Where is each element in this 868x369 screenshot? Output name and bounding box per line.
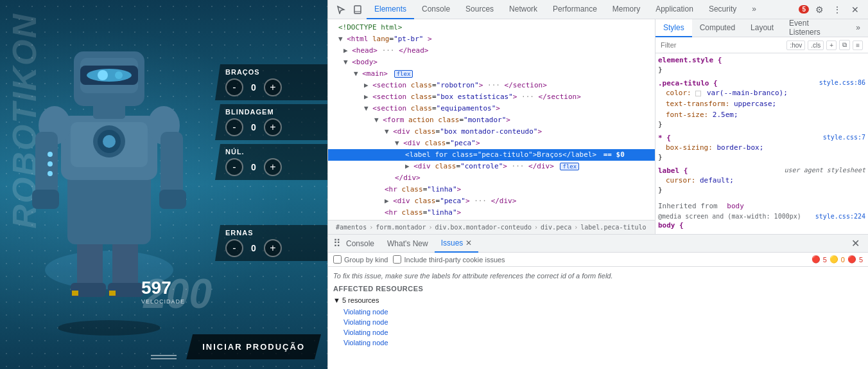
blindagem-value: 0 (247, 122, 260, 132)
stats-panel: BRAÇOS - 0 + BLINDAGEM - 0 + NÚL. - 0 + (215, 0, 327, 369)
inherited-from-body[interactable]: body (727, 202, 744, 210)
style-selector-element: element.style { (658, 56, 865, 64)
console-drag-handle[interactable]: ⠿ (333, 237, 337, 249)
html-head[interactable]: ▶ <head> ··· </head> (328, 45, 655, 57)
elements-content[interactable]: <!DOCTYPE html> ▼ <html lang="pt-br" > ▶… (328, 19, 655, 220)
style-source-star[interactable]: style.css:7 (823, 134, 865, 141)
style-block-peca-titulo: .peca-titulo { style.css:86 color: var(-… (658, 79, 865, 129)
violating-node-4[interactable]: Violating node (333, 338, 863, 348)
style-source-peca-titulo[interactable]: style.css:86 (819, 79, 865, 86)
blindagem-minus-btn[interactable]: - (225, 118, 243, 136)
bracos-minus-btn[interactable]: - (225, 78, 243, 96)
tab-computed[interactable]: Computed (692, 19, 743, 37)
tab-application[interactable]: Application (648, 0, 701, 19)
style-rule-box-sizing: box-sizing: border-box; (658, 142, 865, 153)
inherited-header: Inherited from body (658, 199, 865, 213)
html-body[interactable]: ▼ <body> (328, 57, 655, 68)
html-section-robotron[interactable]: ▶ <section class="robotron"> ··· </secti… (328, 80, 655, 91)
html-form-montador[interactable]: ▼ <form action class="montador"> (328, 114, 655, 126)
tab-styles[interactable]: Styles (655, 19, 692, 37)
html-div-controle[interactable]: ▶ <div class="controle"> ··· </div> flex (328, 161, 655, 172)
stat-ernas-controls: - 0 + (225, 239, 321, 257)
tab-network[interactable]: Network (501, 0, 545, 19)
style-block-element: element.style { } (658, 56, 865, 74)
tab-more-styles[interactable]: » (848, 19, 868, 37)
violating-node-3[interactable]: Violating node (333, 327, 863, 338)
robot-game-panel: ROBOTIKON (0, 0, 327, 369)
device-icon-btn[interactable] (350, 2, 365, 17)
console-content[interactable]: To fix this issue, make sure the labels … (328, 267, 868, 369)
violating-node-1[interactable]: Violating node (333, 307, 863, 317)
style-brace-label: } (658, 186, 865, 194)
group-by-kind-checkbox[interactable] (333, 255, 342, 264)
tab-elements[interactable]: Elements (367, 0, 414, 19)
add-rule-btn[interactable]: + (826, 40, 837, 50)
violating-node-2[interactable]: Violating node (333, 317, 863, 327)
html-section-equipamentos[interactable]: ▼ <section class="equipamentos"> (328, 103, 655, 114)
console-tab-whatsnew[interactable]: What's New (381, 235, 435, 253)
breadcrumb-item-0[interactable]: #amentos (333, 224, 369, 231)
console-panel-close-btn[interactable]: ✕ (847, 236, 863, 251)
html-main[interactable]: ▼ <main> flex (328, 68, 655, 80)
console-panel: ⠿ Console What's New Issues ✕ ✕ Group by… (328, 234, 868, 369)
third-party-label[interactable]: Include third-party cookie issues (393, 255, 505, 264)
tab-security[interactable]: Security (701, 0, 744, 19)
ernas-value: 0 (247, 243, 260, 253)
close-devtools-btn[interactable]: ✕ (847, 2, 863, 17)
ernas-plus-btn[interactable]: + (264, 239, 282, 257)
breadcrumb-item-2[interactable]: div.box.montador-conteudo (433, 224, 535, 231)
tab-layout[interactable]: Layout (743, 19, 781, 37)
breadcrumb-item-4[interactable]: label.peca-titulo (578, 224, 648, 231)
html-div-peca2[interactable]: ▶ <div class="peca"> ··· </div> (328, 195, 655, 207)
styles-tabs: Styles Computed Layout Event Listeners » (655, 19, 868, 37)
html-section-estatisticas[interactable]: ▶ <section class="box estatísticas"> ···… (328, 91, 655, 103)
issue-description: To fix this issue, make sure the labels … (333, 272, 863, 280)
more-options-btn[interactable]: ⋮ (829, 2, 845, 17)
start-production-button[interactable]: INICIAR PRODUÇÃO (186, 334, 321, 359)
blindagem-plus-btn[interactable]: + (264, 118, 282, 136)
nul-minus-btn[interactable]: - (225, 158, 243, 176)
bracos-plus-btn[interactable]: + (264, 78, 282, 96)
svg-point-1 (58, 320, 161, 336)
settings-icon-btn[interactable]: ⚙ (812, 2, 827, 17)
html-div-box-montador[interactable]: ▼ <div class="box montador-conteudo"> (328, 126, 655, 138)
cursor-icon-btn[interactable] (333, 2, 349, 17)
style-brace-star: } (658, 153, 865, 161)
media-source[interactable]: style.css:224 (815, 213, 865, 220)
tab-performance[interactable]: Performance (545, 0, 605, 19)
html-div-peca[interactable]: ▼ <div class="peca"> (328, 138, 655, 149)
tab-more[interactable]: » (744, 0, 764, 19)
styles-content[interactable]: element.style { } .peca-titulo { style.c… (655, 53, 868, 234)
console-tab-issues[interactable]: Issues ✕ (435, 235, 479, 253)
scroll-indicator (151, 355, 177, 359)
resources-count[interactable]: ▼ 5 resources (333, 296, 863, 304)
stat-bracos-label: BRAÇOS (225, 68, 321, 76)
copy-btn[interactable]: ⧉ (839, 40, 850, 50)
tab-event-listeners[interactable]: Event Listeners (781, 19, 848, 37)
color-swatch-white[interactable] (695, 91, 701, 96)
hov-filter-btn[interactable]: :hov (786, 40, 805, 50)
nul-plus-btn[interactable]: + (264, 158, 282, 176)
group-by-kind-label[interactable]: Group by kind (333, 255, 388, 264)
cls-filter-btn[interactable]: .cls (808, 40, 824, 50)
svg-point-27 (48, 152, 53, 157)
html-div-close: </div> (328, 172, 655, 184)
html-root[interactable]: ▼ <html lang="pt-br" > (328, 33, 655, 45)
scroll-line-2 (151, 358, 177, 359)
third-party-checkbox[interactable] (393, 255, 401, 264)
html-hr-linha: <hr class="linha"> (328, 184, 655, 195)
console-tab-console[interactable]: Console (340, 235, 381, 253)
breadcrumb-item-1[interactable]: form.montador (373, 224, 428, 231)
error-badge: 5 (799, 5, 809, 14)
tab-memory[interactable]: Memory (605, 0, 648, 19)
html-label-peca-titulo[interactable]: <label for class="peca-titulo">Braços</l… (328, 149, 655, 161)
breadcrumb-item-3[interactable]: div.peca (538, 224, 574, 231)
ernas-minus-btn[interactable]: - (225, 239, 243, 257)
bracos-value: 0 (247, 82, 260, 93)
issues-close-btn[interactable]: ✕ (465, 239, 472, 248)
tab-sources[interactable]: Sources (458, 0, 501, 19)
layout-btn[interactable]: ≡ (853, 40, 863, 50)
tab-console[interactable]: Console (414, 0, 458, 19)
svg-rect-16 (35, 132, 58, 196)
styles-filter-input[interactable] (661, 41, 784, 49)
